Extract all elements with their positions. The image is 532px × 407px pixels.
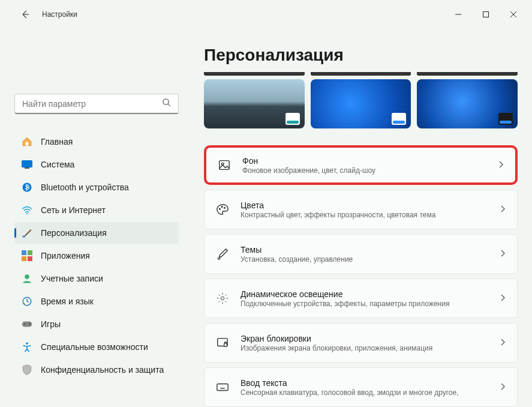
sidebar-item-system[interactable]: Система bbox=[14, 154, 179, 175]
svg-rect-12 bbox=[22, 250, 26, 255]
setting-row-dynamiclight[interactable]: Динамическое освещениеПодключенные устро… bbox=[204, 279, 518, 318]
theme-thumb[interactable] bbox=[204, 79, 305, 128]
accessibility-icon bbox=[22, 342, 32, 352]
sidebar-item-accounts[interactable]: Учетные записи bbox=[14, 268, 179, 289]
setting-title: Фон bbox=[242, 156, 486, 166]
svg-line-33 bbox=[219, 295, 220, 296]
chevron-right-icon bbox=[499, 337, 506, 348]
sidebar-item-label: Главная bbox=[41, 137, 73, 146]
setting-desc: Изображения экрана блокировки, приложени… bbox=[241, 344, 488, 352]
setting-row-background[interactable]: ФонФоновое изображение, цвет, слайд-шоу bbox=[204, 145, 518, 185]
setting-row-colors[interactable]: ЦветаКонтрастный цвет, эффекты прозрачно… bbox=[204, 190, 518, 229]
setting-desc: Сенсорная клавиатура, голосовой ввод, эм… bbox=[241, 388, 488, 397]
sidebar-item-home[interactable]: Главная bbox=[14, 131, 179, 152]
sidebar-item-label: Специальные возможности bbox=[41, 342, 148, 352]
chevron-right-icon bbox=[499, 293, 506, 304]
chevron-right-icon bbox=[499, 382, 506, 393]
chevron-right-icon bbox=[499, 204, 506, 215]
theme-thumb[interactable] bbox=[417, 79, 518, 128]
minimize-button[interactable] bbox=[444, 5, 472, 24]
svg-rect-39 bbox=[217, 384, 228, 391]
sidebar-item-time[interactable]: Время и язык bbox=[14, 291, 179, 312]
sidebar-item-label: Bluetooth и устройства bbox=[41, 182, 129, 192]
sidebar-item-personalization[interactable]: Персонализация bbox=[14, 222, 179, 244]
svg-line-36 bbox=[219, 301, 220, 303]
svg-rect-7 bbox=[22, 160, 32, 167]
maximize-button[interactable] bbox=[472, 5, 500, 24]
gamepad-icon bbox=[22, 319, 32, 330]
wifi-icon bbox=[22, 205, 32, 216]
svg-rect-6 bbox=[26, 142, 29, 146]
setting-row-textinput[interactable]: Ввод текстаСенсорная клавиатура, голосов… bbox=[204, 367, 518, 407]
setting-title: Темы bbox=[241, 245, 488, 255]
svg-rect-15 bbox=[28, 256, 32, 261]
svg-line-34 bbox=[226, 301, 227, 303]
theme-row-cutoff bbox=[204, 72, 518, 76]
theme-thumb[interactable] bbox=[311, 79, 411, 128]
svg-line-35 bbox=[226, 295, 227, 296]
close-button[interactable] bbox=[500, 5, 527, 24]
sidebar-item-network[interactable]: Сеть и Интернет bbox=[14, 199, 179, 221]
svg-point-10 bbox=[26, 213, 28, 214]
sidebar-item-label: Игры bbox=[41, 319, 61, 329]
svg-point-22 bbox=[26, 342, 28, 345]
svg-point-19 bbox=[24, 324, 25, 325]
svg-rect-11 bbox=[23, 236, 26, 238]
bluetooth-icon bbox=[22, 182, 32, 193]
chevron-right-icon bbox=[497, 160, 504, 170]
sidebar-item-gaming[interactable]: Игры bbox=[14, 313, 179, 335]
setting-desc: Фоновое изображение, цвет, слайд-шоу bbox=[242, 166, 486, 175]
sidebar-item-label: Приложения bbox=[41, 251, 90, 261]
sparkle-icon bbox=[215, 291, 230, 306]
setting-desc: Контрастный цвет, эффекты прозрачности, … bbox=[241, 211, 488, 219]
svg-rect-38 bbox=[224, 343, 227, 347]
person-icon bbox=[22, 273, 32, 284]
svg-rect-1 bbox=[483, 12, 489, 17]
keyboard-icon bbox=[215, 380, 230, 394]
setting-title: Цвета bbox=[241, 200, 488, 210]
svg-rect-18 bbox=[22, 322, 32, 327]
sidebar-item-privacy[interactable]: Конфиденциальность и защита bbox=[14, 359, 179, 381]
sidebar: Главная Система Bluetooth и устройства С… bbox=[0, 29, 186, 407]
sidebar-item-label: Конфиденциальность и защита bbox=[41, 365, 164, 375]
svg-point-16 bbox=[25, 274, 29, 279]
setting-row-lockscreen[interactable]: Экран блокировкиИзображения экрана блоки… bbox=[204, 323, 518, 363]
svg-point-20 bbox=[29, 323, 30, 324]
sidebar-item-label: Персонализация bbox=[41, 228, 107, 238]
svg-point-27 bbox=[224, 207, 226, 208]
clock-icon bbox=[22, 296, 32, 307]
back-button[interactable] bbox=[19, 8, 31, 20]
setting-title: Ввод текста bbox=[241, 378, 488, 388]
sidebar-item-bluetooth[interactable]: Bluetooth и устройства bbox=[14, 176, 179, 198]
svg-rect-13 bbox=[28, 250, 32, 255]
window-title: Настройки bbox=[42, 10, 77, 19]
svg-line-5 bbox=[168, 104, 170, 106]
title-bar: Настройки bbox=[0, 0, 532, 29]
sidebar-item-label: Сеть и Интернет bbox=[41, 205, 106, 215]
apps-icon bbox=[22, 250, 32, 261]
svg-point-25 bbox=[220, 208, 221, 210]
setting-title: Динамическое освещение bbox=[241, 289, 488, 299]
lockscreen-icon bbox=[215, 336, 230, 350]
paintbrush-icon bbox=[22, 228, 32, 238]
setting-row-themes[interactable]: ТемыУстановка, создание, управление bbox=[204, 234, 518, 274]
sidebar-item-apps[interactable]: Приложения bbox=[14, 245, 179, 267]
home-icon bbox=[22, 136, 32, 147]
system-icon bbox=[22, 159, 32, 170]
svg-rect-8 bbox=[25, 167, 29, 169]
settings-list: ФонФоновое изображение, цвет, слайд-шоу … bbox=[204, 145, 518, 407]
sidebar-item-label: Система bbox=[41, 160, 74, 169]
setting-desc: Установка, создание, управление bbox=[241, 255, 488, 264]
sidebar-item-accessibility[interactable]: Специальные возможности bbox=[14, 336, 179, 358]
sidebar-item-label: Учетные записи bbox=[41, 274, 103, 283]
svg-point-26 bbox=[221, 207, 223, 208]
setting-desc: Подключенные устройства, эффекты, параме… bbox=[241, 300, 488, 308]
nav-list: Главная Система Bluetooth и устройства С… bbox=[14, 131, 179, 381]
main-content: Персонализация ФонФоновое изображение, ц… bbox=[186, 29, 532, 407]
search-input[interactable] bbox=[22, 99, 162, 109]
chevron-right-icon bbox=[499, 249, 506, 259]
search-icon bbox=[162, 98, 171, 109]
brush-icon bbox=[215, 247, 230, 261]
palette-icon bbox=[215, 202, 230, 217]
search-input-wrapper[interactable] bbox=[14, 94, 179, 114]
